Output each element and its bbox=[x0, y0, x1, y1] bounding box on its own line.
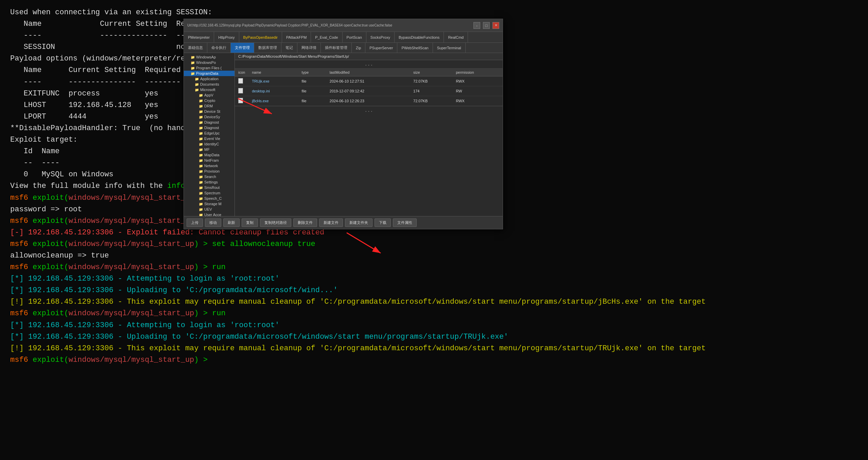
tab2-插件标签管理[interactable]: 插件标签管理 bbox=[321, 43, 352, 53]
cell-name: TRUjk.exe bbox=[248, 76, 298, 86]
tree-label: Device St bbox=[204, 109, 220, 113]
tab2-superterminal[interactable]: SuperTerminal bbox=[433, 43, 466, 53]
folder-icon: 📁 bbox=[199, 202, 203, 206]
tab2-pwebshellscan[interactable]: PWebShellScan bbox=[397, 43, 433, 53]
cell-name: jBcHs.exe bbox=[248, 96, 298, 106]
tree-item-speech_c[interactable]: 📁Speech_C bbox=[184, 196, 235, 201]
fm-titlebar-btns: - □ ✕ bbox=[473, 22, 499, 29]
table-header: icon name type lastModified size permiss… bbox=[235, 69, 503, 76]
tree-item-windowspo[interactable]: 📁WindowsPo bbox=[184, 60, 235, 65]
toolbar-btn-新建文件[interactable]: 新建文件 bbox=[319, 218, 343, 227]
tab1-bypassdisablefunctions[interactable]: BypassDisableFunctions bbox=[395, 32, 444, 42]
tab1-socksproxy[interactable]: SocksProxy bbox=[366, 32, 395, 42]
tree-item-event-vie[interactable]: 📁Event Vie bbox=[184, 136, 235, 141]
tree-label: IdentityC bbox=[204, 142, 219, 146]
toolbar-btn-文件属性[interactable]: 文件属性 bbox=[393, 218, 417, 227]
cell-permission: RWX bbox=[452, 76, 503, 86]
tree-item-netfram[interactable]: 📁NetFram bbox=[184, 158, 235, 163]
tree-item-crypto[interactable]: 📁Crypto bbox=[184, 98, 235, 103]
tree-label: DRM bbox=[204, 104, 213, 108]
folder-icon: 📁 bbox=[199, 115, 203, 119]
tree-item-identityc[interactable]: 📁IdentityC bbox=[184, 141, 235, 147]
tree-label: AppV bbox=[204, 93, 213, 97]
tab2-笔记[interactable]: 笔记 bbox=[281, 43, 297, 53]
tab2-psuperserver[interactable]: PSuperServer bbox=[365, 43, 397, 53]
tree-item-windowsap[interactable]: 📁WindowsAp bbox=[184, 54, 235, 60]
toolbar-btn-移动[interactable]: 移动 bbox=[205, 218, 221, 227]
tree-item-edgeupc[interactable]: 📁EdgeUpc bbox=[184, 130, 235, 136]
tab1-bypassopenbasedir[interactable]: ByPassOpenBasedir bbox=[239, 32, 282, 42]
tree-item-smsrout[interactable]: 📁SmsRout bbox=[184, 185, 235, 190]
tree-item-mf[interactable]: 📁MF bbox=[184, 147, 235, 152]
tree-item-mapdata[interactable]: 📁MapData bbox=[184, 152, 235, 158]
tree-item-user-acce[interactable]: 📁User Acce bbox=[184, 212, 235, 216]
tree-label: EdgeUpc bbox=[204, 131, 220, 135]
close-button[interactable]: ✕ bbox=[492, 22, 499, 29]
tab1-pmeterpreter[interactable]: PMeterpreter bbox=[184, 32, 214, 42]
fm-title: Url:http://192.168.45.129/mysql.php Payl… bbox=[187, 23, 473, 27]
tree-item-spectrum[interactable]: 📁Spectrum bbox=[184, 190, 235, 196]
tree-item-storage-m[interactable]: 📁Storage M bbox=[184, 201, 235, 207]
cell-name: desktop.ini bbox=[248, 86, 298, 96]
folder-icon: 📁 bbox=[191, 72, 195, 75]
tree-item-microsoft[interactable]: 📁Microsoft bbox=[184, 87, 235, 92]
toolbar-btn-上传[interactable]: 上传 bbox=[187, 218, 203, 227]
tree-item-diagnost[interactable]: 📁Diagnost bbox=[184, 120, 235, 125]
tree-item-search[interactable]: 📁Search bbox=[184, 174, 235, 179]
tree-item-application[interactable]: 📁Application bbox=[184, 76, 235, 82]
toolbar-btn-下载[interactable]: 下载 bbox=[375, 218, 391, 227]
minimize-button[interactable]: - bbox=[473, 22, 480, 29]
tab2-文件管理[interactable]: 文件管理 bbox=[231, 43, 254, 53]
col-permission: permission bbox=[452, 69, 503, 76]
tab2-网络详情[interactable]: 网络详情 bbox=[297, 43, 321, 53]
tab1-portscan[interactable]: PortScan bbox=[343, 32, 366, 42]
folder-icon: 📁 bbox=[195, 77, 199, 81]
toolbar-btn-复制绝对路径[interactable]: 复制绝对路径 bbox=[260, 218, 291, 227]
folder-icon: 📁 bbox=[199, 110, 203, 113]
tab2-数据库管理[interactable]: 数据库管理 bbox=[254, 43, 281, 53]
folder-icon: 📁 bbox=[195, 83, 199, 86]
tree-item-appv[interactable]: 📁AppV bbox=[184, 92, 235, 98]
tree-item-diagnost[interactable]: 📁Diagnost bbox=[184, 125, 235, 130]
toolbar-btn-删除文件[interactable]: 删除文件 bbox=[293, 218, 317, 227]
tab2-命令执行[interactable]: 命令执行 bbox=[207, 43, 231, 53]
tree-item-settings[interactable]: 📁Settings bbox=[184, 179, 235, 185]
fm-dots-top: ... bbox=[235, 60, 503, 69]
toolbar-btn-刷新[interactable]: 刷新 bbox=[223, 218, 240, 227]
folder-icon: 📁 bbox=[199, 170, 203, 173]
tab1-pattackfpm[interactable]: PAttackFPM bbox=[282, 32, 311, 42]
fm-tree[interactable]: 📁WindowsAp📁WindowsPo📁Program Files (📁Pro… bbox=[184, 53, 235, 216]
tab1-p_eval_code[interactable]: P_Eval_Code bbox=[311, 32, 342, 42]
tab1-httpproxy[interactable]: HttpProxy bbox=[214, 32, 239, 42]
tree-item-uev[interactable]: 📁UEV bbox=[184, 207, 235, 212]
toolbar-btn-复制[interactable]: 复制 bbox=[242, 218, 258, 227]
tree-item-devicesy[interactable]: 📁DeviceSy bbox=[184, 114, 235, 120]
tab2-基础信息[interactable]: 基础信息 bbox=[184, 43, 207, 53]
tab1-realcmd[interactable]: RealCmd bbox=[444, 32, 468, 42]
col-type: type bbox=[298, 69, 326, 76]
tree-item-documents[interactable]: 📁Documents bbox=[184, 82, 235, 87]
folder-icon: 📁 bbox=[195, 88, 199, 92]
tree-item-provision[interactable]: 📁Provision bbox=[184, 169, 235, 174]
folder-icon: 📁 bbox=[199, 131, 203, 135]
toolbar-btn-新建文件夹[interactable]: 新建文件夹 bbox=[345, 218, 372, 227]
file-icon-cell bbox=[235, 96, 248, 106]
tree-label: Microsoft bbox=[200, 88, 215, 92]
fm-titlebar: Url:http://192.168.45.129/mysql.php Payl… bbox=[184, 19, 503, 32]
table-row[interactable]: TRUjk.exefile2024-06-10 12:27:5172.07KBR… bbox=[235, 76, 503, 86]
table-row[interactable]: jBcHs.exefile2024-06-10 12:26:2372.07KBR… bbox=[235, 96, 503, 106]
tree-item-programdata[interactable]: 📁ProgramData bbox=[184, 71, 235, 76]
fm-tbody: TRUjk.exefile2024-06-10 12:27:5172.07KBR… bbox=[235, 76, 503, 106]
tab2-zip[interactable]: Zip bbox=[352, 43, 365, 53]
tree-item-program-files-([interactable]: 📁Program Files ( bbox=[184, 65, 235, 71]
terminal-line: allownocleanup => true bbox=[10, 250, 858, 262]
tree-label: WindowsPo bbox=[196, 60, 216, 65]
fm-tabs1: PMeterpreterHttpProxyByPassOpenBasedirPA… bbox=[184, 32, 503, 43]
cell-lastModified: 2024-06-10 12:27:51 bbox=[326, 76, 410, 86]
maximize-button[interactable]: □ bbox=[483, 22, 490, 29]
tree-item-drm[interactable]: 📁DRM bbox=[184, 103, 235, 109]
tree-item-network[interactable]: 📁Network bbox=[184, 163, 235, 169]
fm-table[interactable]: ... icon name type lastModified size per… bbox=[235, 60, 503, 216]
table-row[interactable]: desktop.inifile2019-12-07 09:12:42174RW bbox=[235, 86, 503, 96]
tree-item-device-st[interactable]: 📁Device St bbox=[184, 109, 235, 114]
